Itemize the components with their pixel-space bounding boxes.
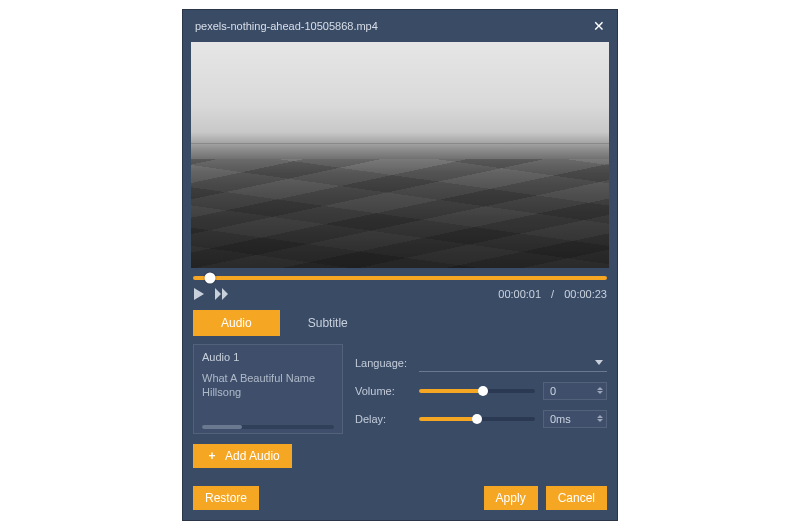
play-icon[interactable] [193, 288, 205, 300]
delay-label: Delay: [355, 413, 411, 425]
volume-label: Volume: [355, 385, 411, 397]
apply-button[interactable]: Apply [484, 486, 538, 510]
seek-bar[interactable] [193, 276, 607, 280]
fast-forward-icon[interactable] [215, 288, 229, 300]
volume-thumb[interactable] [478, 386, 488, 396]
volume-slider[interactable] [419, 389, 535, 393]
file-name: pexels-nothing-ahead-10505868.mp4 [195, 20, 378, 32]
language-row: Language: [355, 354, 607, 372]
stepper-up-icon[interactable] [597, 415, 603, 418]
current-time: 00:00:01 [498, 288, 541, 300]
transport-controls: 00:00:01 / 00:00:23 [183, 284, 617, 310]
seek-bar-row [183, 268, 617, 284]
restore-button[interactable]: Restore [193, 486, 259, 510]
svg-marker-2 [222, 288, 228, 300]
time-separator: / [551, 288, 554, 300]
titlebar: pexels-nothing-ahead-10505868.mp4 ✕ [183, 10, 617, 42]
add-audio-label: Add Audio [225, 449, 280, 463]
list-item[interactable]: What A Beautiful Name Hillsong [202, 371, 334, 400]
tab-subtitle[interactable]: Subtitle [280, 310, 376, 336]
seek-thumb[interactable] [204, 272, 215, 283]
cancel-button[interactable]: Cancel [546, 486, 607, 510]
volume-stepper[interactable]: 0 [543, 382, 607, 400]
duration: 00:00:23 [564, 288, 607, 300]
list-item[interactable]: Audio 1 [202, 351, 334, 363]
tab-bar: Audio Subtitle [183, 310, 617, 336]
stepper-down-icon[interactable] [597, 419, 603, 422]
delay-stepper[interactable]: 0ms [543, 410, 607, 428]
stepper-up-icon[interactable] [597, 387, 603, 390]
volume-value: 0 [544, 385, 594, 397]
language-label: Language: [355, 357, 411, 369]
svg-marker-0 [194, 288, 204, 300]
video-preview[interactable] [191, 42, 609, 268]
svg-marker-1 [215, 288, 221, 300]
svg-marker-3 [595, 360, 603, 365]
horizontal-scrollbar[interactable] [202, 425, 334, 429]
stepper-down-icon[interactable] [597, 391, 603, 394]
audio-controls: Language: Volume: 0 [355, 344, 607, 434]
add-audio-button[interactable]: + Add Audio [193, 444, 292, 468]
tab-audio[interactable]: Audio [193, 310, 280, 336]
delay-thumb[interactable] [472, 414, 482, 424]
language-select[interactable] [419, 354, 607, 372]
volume-row: Volume: 0 [355, 382, 607, 400]
audio-editor-dialog: pexels-nothing-ahead-10505868.mp4 ✕ 00:0… [182, 9, 618, 521]
dialog-footer: Restore Apply Cancel [183, 478, 617, 520]
delay-value: 0ms [544, 413, 594, 425]
delay-row: Delay: 0ms [355, 410, 607, 428]
close-icon[interactable]: ✕ [593, 18, 605, 34]
plus-icon: + [205, 449, 219, 463]
chevron-down-icon [595, 360, 603, 365]
delay-slider[interactable] [419, 417, 535, 421]
audio-track-list[interactable]: Audio 1 What A Beautiful Name Hillsong [193, 344, 343, 434]
